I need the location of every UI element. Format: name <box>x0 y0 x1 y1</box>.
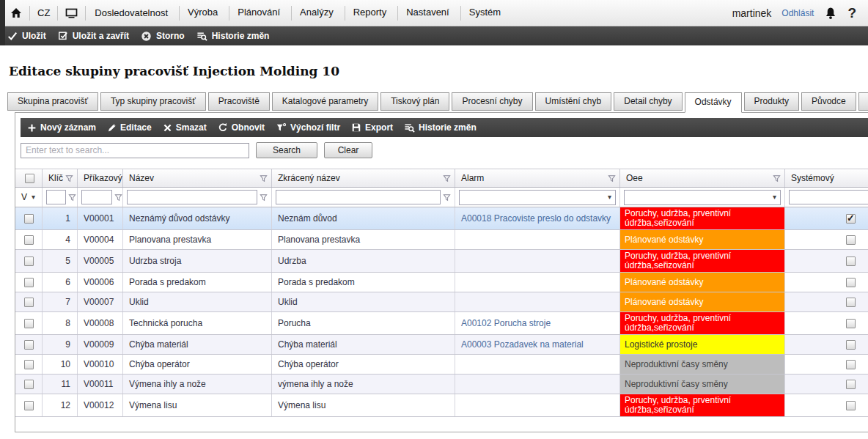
grid-toolbar-button[interactable]: Historie změn <box>404 122 477 133</box>
alarm-link[interactable] <box>455 230 620 249</box>
filter-select-oee[interactable]: ▾ <box>624 190 781 205</box>
filter-funnel-icon[interactable] <box>260 174 268 182</box>
filter-funnel-icon[interactable] <box>443 193 451 202</box>
clear-button[interactable]: Clear <box>324 142 372 158</box>
menu-item[interactable]: Výroba <box>169 6 219 21</box>
alarm-link[interactable] <box>455 394 620 416</box>
filter-input-zkraceny[interactable] <box>276 190 441 204</box>
grid-toolbar-button[interactable]: Nový záznam <box>27 122 96 133</box>
column-header-systemovy[interactable]: Systémový <box>785 169 868 187</box>
alarm-link[interactable] <box>455 355 620 374</box>
row-select-checkbox[interactable] <box>24 340 34 350</box>
menu-item[interactable]: Plánování <box>219 6 282 21</box>
command-button[interactable]: Historie změn <box>196 31 270 42</box>
select-all-checkbox[interactable] <box>25 174 34 183</box>
table-row[interactable]: 8 V00008 Technická porucha Porucha A0010… <box>15 312 868 335</box>
search-button[interactable]: Search <box>256 142 317 158</box>
column-header-oee[interactable]: Oee <box>620 169 785 187</box>
table-row[interactable]: 7 V00007 Uklid Uklid Plánované odstávky <box>15 292 868 312</box>
filter-input-klic[interactable] <box>46 190 66 204</box>
filter-input-systemovy[interactable] <box>789 190 868 204</box>
alarm-link[interactable] <box>455 292 620 311</box>
alarm-link[interactable] <box>455 375 620 394</box>
filter-funnel-icon[interactable] <box>260 193 268 202</box>
column-header-nazev[interactable]: Název <box>123 169 272 187</box>
grid-toolbar-button[interactable]: Editace <box>107 122 152 133</box>
command-button[interactable]: Uložit <box>7 31 46 41</box>
table-row[interactable]: 11 V00011 Výmena ihly a nože výmena ihly… <box>15 375 868 394</box>
help-icon[interactable]: ? <box>847 5 856 21</box>
home-icon[interactable] <box>10 7 22 19</box>
table-row[interactable]: 12 V00012 Výmena lisu Výmena lisu Poruch… <box>15 394 868 417</box>
tab-p-vodce[interactable]: Původce <box>801 92 856 111</box>
tab-typ-skupiny-pracovi-[interactable]: Typ skupiny pracovišť <box>100 92 206 111</box>
grid-toolbar-button[interactable]: Výchozí filtr <box>276 122 340 133</box>
notifications-bell-icon[interactable] <box>824 7 837 20</box>
tab-um-st-n-chyb[interactable]: Umístění chyb <box>535 92 612 111</box>
language-selector[interactable]: CZ <box>37 7 50 18</box>
tab-od[interactable]: Od <box>858 92 868 111</box>
alarm-link[interactable]: A00018 Pracoviste preslo do odstavky <box>455 207 620 229</box>
table-row[interactable]: 1 V00001 Neznámý důvod odstávky Neznám d… <box>15 207 868 230</box>
cancel-circle-icon <box>141 31 152 42</box>
grid-toolbar-button[interactable]: Smazat <box>163 122 207 133</box>
logout-link[interactable]: Odhlásit <box>781 8 814 18</box>
row-select-checkbox[interactable] <box>24 401 34 410</box>
tab-detail-chyby[interactable]: Detail chyby <box>614 92 682 111</box>
alarm-link[interactable]: A00003 Pozadavek na material <box>455 335 620 354</box>
table-row[interactable]: 5 V00005 Udrzba stroja Udrzba Poruchy, u… <box>15 250 868 273</box>
menu-item[interactable]: Systém <box>451 6 502 21</box>
menu-item[interactable]: Dosledovatelnost <box>93 7 169 18</box>
row-select-checkbox[interactable] <box>24 319 34 328</box>
menu-item[interactable]: Reporty <box>335 6 389 21</box>
filter-cell-zkraceny <box>272 188 455 207</box>
row-select-checkbox[interactable] <box>24 235 34 245</box>
system-checkbox <box>846 214 856 224</box>
menu-item[interactable]: Analýzy <box>282 6 335 21</box>
filter-funnel-icon[interactable] <box>443 174 451 182</box>
tab-katalogov-parametry[interactable]: Katalogové parametry <box>272 92 378 111</box>
search-input[interactable] <box>21 143 249 158</box>
alarm-link[interactable] <box>455 250 620 272</box>
tab-odst-vky[interactable]: Odstávky <box>685 92 742 113</box>
command-button[interactable]: Uložit a zavřít <box>58 31 129 41</box>
row-select-checkbox[interactable] <box>24 214 34 224</box>
row-select-checkbox[interactable] <box>24 360 34 369</box>
filter-funnel-icon[interactable] <box>773 174 781 182</box>
filter-mode-select[interactable]: V▾ <box>19 192 35 202</box>
column-header-klic[interactable]: Klíč <box>43 169 78 187</box>
table-row[interactable]: 4 V00004 Planovana prestavka Planovana p… <box>15 230 868 250</box>
row-select-checkbox[interactable] <box>24 278 34 287</box>
tab-produkty[interactable]: Produkty <box>744 92 799 111</box>
table-row[interactable]: 9 V00009 Chýba materiál Chýba materiál A… <box>15 335 868 355</box>
filter-select-alarm[interactable]: ▾ <box>459 190 616 205</box>
table-row[interactable]: 6 V00006 Porada s predakom Porada s pred… <box>15 273 868 292</box>
row-select-checkbox[interactable] <box>24 298 34 307</box>
grid-toolbar-button[interactable]: Obnovit <box>218 122 265 133</box>
alarm-link[interactable]: A00102 Porucha stroje <box>455 312 620 334</box>
grid-toolbar-button[interactable]: Export <box>351 122 393 133</box>
cell-systemovy <box>785 312 868 334</box>
filter-funnel-icon[interactable] <box>114 193 122 202</box>
tab-tiskov-pl-n[interactable]: Tiskový plán <box>380 92 449 111</box>
table-row[interactable]: 10 V00010 Chýba operátor Chýba operátor … <box>15 355 868 375</box>
column-header-prikazovy[interactable]: Příkazový <box>78 169 123 187</box>
filter-input-nazev[interactable] <box>127 190 257 204</box>
chevron-down-icon: ▾ <box>32 193 35 201</box>
column-header-alarm[interactable]: Alarm <box>455 169 620 187</box>
tab-pracovi-t-[interactable]: Pracoviště <box>208 92 270 111</box>
menu-item[interactable]: Nastavení <box>388 6 451 21</box>
filter-funnel-icon[interactable] <box>65 174 73 182</box>
row-select-checkbox[interactable] <box>24 380 34 389</box>
command-button[interactable]: Storno <box>141 31 185 42</box>
filter-input-prikazovy[interactable] <box>81 190 112 204</box>
filter-funnel-icon[interactable] <box>68 193 76 202</box>
alarm-link[interactable] <box>455 273 620 292</box>
tab-procesn-chyby[interactable]: Procesní chyby <box>452 92 532 111</box>
workstation-monitor-icon[interactable] <box>65 7 78 19</box>
row-select-checkbox[interactable] <box>24 257 34 266</box>
column-header-zkraceny-nazev[interactable]: Zkrácený název <box>272 169 455 187</box>
cell-klic: 4 <box>43 230 78 249</box>
filter-funnel-icon[interactable] <box>608 174 616 182</box>
tab-skupina-pracovi-[interactable]: Skupina pracovišť <box>7 92 98 111</box>
